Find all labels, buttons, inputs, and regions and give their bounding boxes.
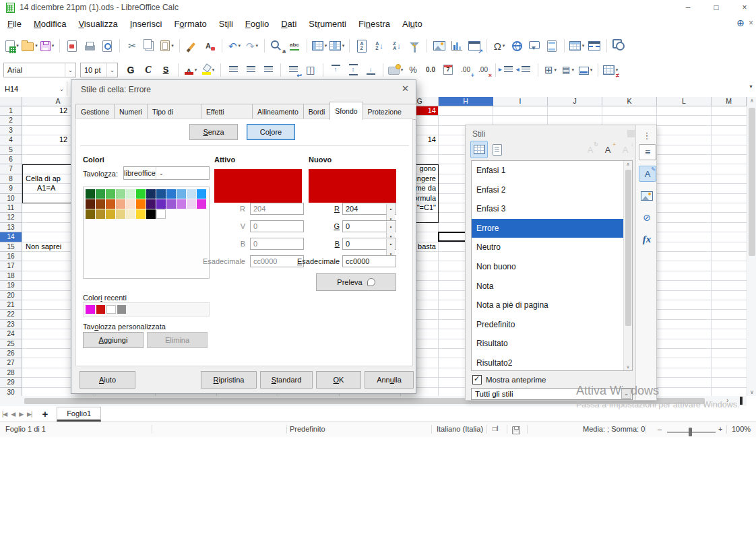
style-item-predefinito[interactable]: Predefinito [472, 315, 623, 335]
bold-button[interactable]: G [123, 62, 139, 78]
scroll-down-icon[interactable]: ∨ [747, 389, 756, 395]
recent-color-e511e5[interactable] [86, 305, 95, 314]
style-filter-select[interactable]: Tutti gli stili [471, 388, 633, 400]
align-left-button[interactable] [225, 62, 241, 78]
row-header-11[interactable]: 11 [0, 203, 22, 213]
cell-A15[interactable]: Non saprei [26, 242, 61, 251]
palette-color-d4af2a[interactable] [106, 209, 115, 219]
palette-color-c87ae6[interactable] [177, 199, 186, 209]
increase-indent-button[interactable]: ▸ [500, 62, 516, 78]
sort-ascending-icon[interactable]: AZ↓ [371, 38, 387, 54]
merge-cells-button[interactable]: ◫ [303, 62, 319, 78]
document-modified-icon[interactable] [512, 426, 520, 436]
tab-effetti-carattere[interactable]: Effetti carattere [201, 104, 253, 120]
close-icon[interactable]: × [738, 3, 751, 12]
align-bottom-button[interactable]: ↓ [363, 62, 379, 78]
palette-color-1b5397[interactable] [156, 189, 166, 199]
spelling-icon[interactable] [286, 38, 303, 54]
standard-button[interactable]: Standard [260, 371, 313, 389]
row-header-5[interactable]: 5 [0, 145, 22, 155]
borders-button[interactable]: ⊞▾ [542, 62, 559, 78]
zoom-out-icon[interactable]: – [658, 425, 662, 433]
spin-up-icon[interactable]: ▲ [386, 239, 395, 249]
row-header-19[interactable]: 19 [0, 281, 22, 290]
save-icon[interactable]: ▾ [39, 38, 55, 54]
menu-file[interactable]: File [1, 17, 28, 31]
font-size-dropdown-icon[interactable]: ⌄ [106, 63, 117, 77]
split-handle[interactable] [740, 397, 743, 405]
styles-list-scrollbar-thumb[interactable] [625, 170, 631, 326]
align-top-button[interactable]: ↑ [327, 62, 344, 78]
open-icon[interactable]: ▾ [22, 38, 38, 54]
palette-color-d3f1d3[interactable] [126, 189, 135, 199]
highlight-color-button[interactable]: ▾ [200, 62, 216, 78]
annulla-button[interactable]: Annulla [365, 371, 414, 389]
style-item-nota[interactable]: Nota [472, 277, 623, 296]
elimina-button[interactable]: Elimina [147, 332, 208, 348]
style-item-risultato[interactable]: Risultato [472, 334, 623, 354]
row-header-18[interactable]: 18 [0, 271, 22, 281]
palette-color-2e9e41[interactable] [96, 189, 105, 199]
palette-color-94450f[interactable] [96, 199, 105, 209]
palette-select[interactable]: libreoffice ⌄ [123, 166, 210, 180]
freeze-rows-columns-icon[interactable]: ▾ [569, 38, 585, 54]
print-preview-icon[interactable] [99, 38, 115, 54]
font-name-dropdown-icon[interactable]: ⌄ [65, 63, 75, 77]
add-sheet-icon[interactable]: + [42, 408, 47, 420]
align-right-button[interactable] [260, 62, 276, 78]
open-icon-dropdown[interactable]: ▾ [35, 43, 38, 48]
load-styles-icon[interactable]: A↓ [617, 141, 633, 158]
new-style-from-selection-icon[interactable]: A+ [600, 141, 616, 158]
special-character-icon-dropdown[interactable]: ▾ [503, 43, 505, 48]
senza-button[interactable]: Senza [189, 124, 238, 140]
row-header-16[interactable]: 16 [0, 252, 22, 261]
col-header-L[interactable]: L [657, 97, 712, 106]
border-color-button-dropdown[interactable]: ▾ [590, 67, 593, 73]
cell-A1[interactable]: 12 [59, 106, 67, 115]
palette-color-eed2f2[interactable] [187, 199, 196, 209]
menu-dati[interactable]: Dati [275, 17, 303, 31]
palette-color-5e2208[interactable] [86, 199, 95, 209]
col-header-H[interactable]: H [439, 97, 493, 106]
menu-strumenti[interactable]: Strumenti [303, 17, 352, 31]
clear-formatting-icon[interactable] [201, 38, 218, 54]
tab-allineamento[interactable]: Allineamento [252, 104, 304, 120]
sort-icon[interactable]: AZ [354, 38, 370, 54]
col-header-K[interactable]: K [602, 97, 657, 106]
row-header-3[interactable]: 3 [0, 126, 22, 135]
row-header-20[interactable]: 20 [0, 291, 22, 300]
insert-columns-icon-dropdown[interactable]: ▾ [342, 43, 345, 48]
row-header-9[interactable]: 9 [0, 184, 22, 193]
palette-color-55c155[interactable] [106, 189, 115, 199]
insert-rows-icon-dropdown[interactable]: ▾ [325, 43, 327, 48]
properties-icon[interactable]: ≡ [639, 144, 656, 160]
hyperlink-icon[interactable] [509, 38, 525, 54]
palette-color-1f9dff[interactable] [197, 189, 206, 199]
new-document-icon[interactable]: ▾ [4, 38, 20, 54]
palette-color-7c6508[interactable] [86, 209, 95, 219]
palette-select-dropdown-icon[interactable]: ⌄ [156, 167, 166, 179]
zoom-slider-thumb[interactable] [689, 428, 692, 436]
zoom-level[interactable]: 100% [732, 425, 751, 433]
col-header-M[interactable]: M [712, 97, 747, 106]
dialog-close-icon[interactable]: ✕ [402, 84, 409, 94]
ok-button[interactable]: OK [316, 371, 361, 389]
page-styles-icon[interactable] [489, 141, 505, 158]
paste-icon[interactable]: ▾ [159, 38, 175, 54]
cell-A4[interactable]: 12 [59, 135, 67, 144]
menu-foglio[interactable]: Foglio [239, 17, 275, 31]
border-color-button[interactable]: ▾ [577, 62, 594, 78]
minimize-icon[interactable]: – [682, 3, 694, 12]
align-center-button[interactable] [243, 62, 259, 78]
palette-color-97dd97[interactable] [116, 189, 125, 199]
row-header-2[interactable]: 2 [0, 116, 22, 125]
comment-icon[interactable] [526, 38, 542, 54]
scroll-up-icon[interactable]: ∧ [747, 98, 756, 104]
tab-protezione-celle[interactable]: Protezione celle [363, 104, 416, 120]
center-vertically-button[interactable]: ↕ [345, 62, 361, 78]
font-size-combo[interactable]: 10 pt ⌄ [80, 63, 118, 77]
vertical-scrollbar[interactable]: ∧ ∨ [747, 97, 756, 396]
palette-color-f2ab84[interactable] [116, 199, 125, 209]
aiuto-button[interactable]: Aiuto [80, 371, 135, 389]
row-header-24[interactable]: 24 [0, 329, 22, 339]
